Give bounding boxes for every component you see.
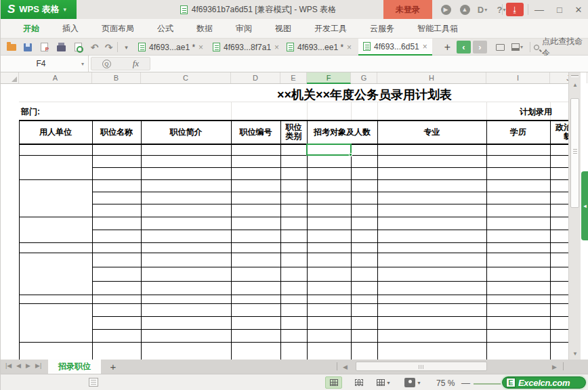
save-icon: [24, 43, 32, 51]
table-border: [19, 155, 92, 156]
scroll-right-icon[interactable]: ▶: [552, 364, 557, 370]
add-sheet-button[interactable]: +: [106, 360, 120, 374]
document-tab-4[interactable]: 4f693...6d51×: [358, 39, 432, 56]
login-button[interactable]: 未登录: [383, 0, 432, 19]
normal-view-button[interactable]: [325, 376, 342, 389]
first-sheet-icon[interactable]: |◀: [5, 362, 12, 369]
menu-item-3[interactable]: 页面布局: [90, 19, 146, 39]
save-all-button[interactable]: ▾: [511, 41, 524, 53]
minimize-button[interactable]: —: [530, 0, 548, 19]
paste-options-icon[interactable]: [89, 378, 98, 387]
prev-tab-button[interactable]: ‹: [457, 41, 471, 53]
menu-item-7[interactable]: 视图: [264, 19, 303, 39]
download-update-button[interactable]: ⭳: [506, 3, 524, 16]
menu-item-2[interactable]: 插入: [51, 19, 90, 39]
export-pdf-button[interactable]: [38, 41, 51, 53]
column-header-I[interactable]: I: [486, 72, 550, 83]
table-border: [19, 295, 92, 295]
page-layout-view-button[interactable]: ▼: [375, 376, 392, 389]
select-all-corner[interactable]: [1, 72, 19, 83]
chevron-down-icon: ▾: [520, 44, 523, 50]
menu-item-10[interactable]: 智能工具箱: [406, 19, 469, 39]
scroll-down-icon[interactable]: ▼: [569, 349, 581, 358]
fill-handle[interactable]: [349, 153, 352, 156]
scroll-up-icon[interactable]: ▲: [569, 80, 581, 89]
table-border: [92, 316, 568, 317]
column-header-F[interactable]: F: [307, 72, 351, 84]
table-column-header: 职位简介: [142, 121, 230, 143]
column-header-H[interactable]: H: [377, 72, 486, 83]
table-column-header: 政治面貌: [551, 121, 568, 143]
insert-function-button[interactable]: fx: [133, 58, 139, 69]
column-header-G[interactable]: G: [351, 72, 377, 83]
docer-menu-button[interactable]: D▾: [474, 0, 491, 19]
column-header-B[interactable]: B: [92, 72, 141, 83]
document-tab-1[interactable]: 4f693...ae1 *×: [133, 39, 208, 56]
function-search-icon[interactable]: Q: [102, 60, 111, 68]
split-handle[interactable]: [571, 75, 579, 77]
excelcn-watermark[interactable]: E Excelcn.com: [501, 375, 587, 390]
column-header-D[interactable]: D: [231, 72, 280, 83]
horizontal-scroll-thumb[interactable]: [356, 362, 487, 371]
close-tab-icon[interactable]: ×: [274, 43, 279, 52]
table-border: [92, 253, 568, 253]
sheet-canvas[interactable]: ××机关××年度公务员录用计划表部门:计划录用用人单位职位名称职位简介职位编号职…: [1, 84, 568, 360]
gridline: [486, 102, 487, 120]
menu-item-1[interactable]: 开始: [12, 19, 51, 39]
menu-item-5[interactable]: 数据: [185, 19, 224, 39]
table-border: [92, 342, 568, 343]
zoom-level[interactable]: 75 %: [436, 378, 455, 388]
community-button[interactable]: ▶: [437, 0, 455, 19]
formula-bar: F4 ▾ Q fx: [1, 56, 588, 72]
prev-sheet-icon[interactable]: ◀: [16, 362, 21, 369]
column-header-E[interactable]: E: [280, 72, 307, 83]
table-border: [92, 281, 568, 282]
sheet-tab-active[interactable]: 招录职位: [48, 360, 101, 374]
formula-input[interactable]: [151, 56, 588, 72]
print-preview-button[interactable]: [72, 41, 85, 53]
close-tab-icon[interactable]: ×: [423, 42, 427, 51]
menu-item-8[interactable]: 开发工具: [303, 19, 358, 39]
new-document-tab-button[interactable]: +: [441, 41, 454, 53]
page-break-view-button[interactable]: [350, 376, 367, 389]
last-sheet-icon[interactable]: ▶|: [35, 362, 41, 369]
menu-item-6[interactable]: 审阅: [224, 19, 264, 39]
monitor-icon: [496, 44, 505, 51]
close-button[interactable]: ✕: [570, 0, 587, 19]
menu-item-9[interactable]: 云服务: [358, 19, 406, 39]
redo-button[interactable]: ↷: [102, 41, 115, 53]
find-command-box[interactable]: 点此查找命令: [534, 41, 587, 53]
workspace-button[interactable]: [494, 41, 507, 53]
next-sheet-icon[interactable]: ▶: [26, 362, 30, 369]
customize-toolbar-button[interactable]: ▾: [120, 41, 133, 53]
maximize-button[interactable]: □: [551, 0, 568, 19]
scroll-left-icon[interactable]: ◀: [343, 364, 348, 370]
divider: [117, 42, 118, 52]
table-column-header: 职位编号: [232, 121, 280, 143]
close-tab-icon[interactable]: ×: [347, 43, 352, 52]
document-tab-3[interactable]: 4f693...ee1 *×: [282, 39, 356, 56]
function-button-group: Q fx: [91, 57, 150, 70]
selected-cell-F4[interactable]: [306, 144, 352, 156]
upgrade-button[interactable]: ▲: [456, 0, 474, 19]
menu-item-4[interactable]: 公式: [146, 19, 185, 39]
wps-logo-menu[interactable]: S WPS 表格 ▾: [1, 0, 77, 19]
table-border: [141, 120, 142, 360]
close-tab-icon[interactable]: ×: [198, 43, 203, 52]
open-file-button[interactable]: [5, 41, 18, 53]
save-button[interactable]: [21, 41, 34, 53]
chevron-down-icon: ▾: [81, 61, 88, 67]
column-header-C[interactable]: C: [141, 72, 231, 83]
grid-view-icon: [330, 379, 338, 386]
name-box[interactable]: F4 ▾: [1, 56, 89, 72]
column-header-A[interactable]: A: [19, 72, 92, 83]
document-tab-2[interactable]: 4f693...8f7a1×: [208, 39, 284, 56]
print-button[interactable]: [55, 41, 68, 53]
next-tab-button[interactable]: ›: [473, 41, 487, 53]
zoom-out-button[interactable]: —: [461, 378, 470, 388]
vertical-scrollbar[interactable]: ▲ ▼: [568, 72, 581, 360]
reading-mode-button[interactable]: ▼: [404, 376, 421, 389]
vertical-scroll-thumb[interactable]: [570, 98, 579, 208]
side-panel-handle[interactable]: ◂: [581, 171, 588, 240]
undo-button[interactable]: ↶: [88, 41, 101, 53]
